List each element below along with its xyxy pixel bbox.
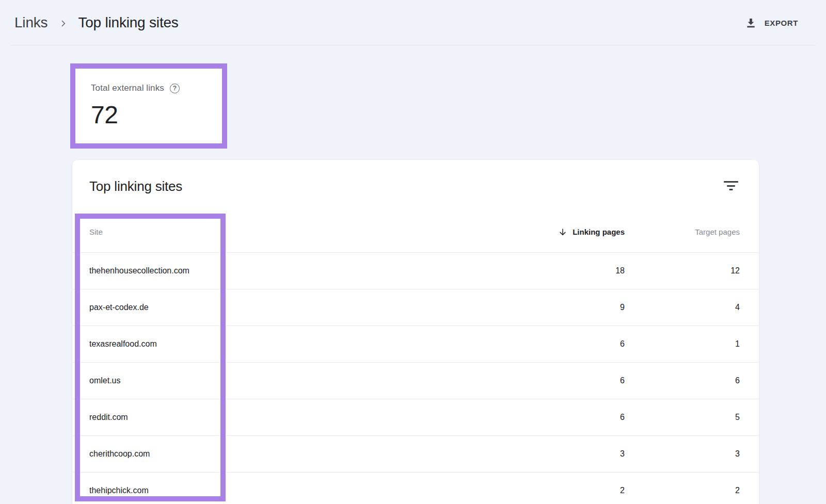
site-cell[interactable]: thehipchick.com (72, 486, 501, 495)
chevron-right-icon (59, 19, 68, 28)
site-cell[interactable]: thehenhousecollection.com (72, 266, 501, 275)
target-pages-cell: 4 (625, 303, 740, 312)
header-divider (10, 45, 816, 45)
table-row[interactable]: pax-et-codex.de94 (72, 289, 759, 326)
column-header-site[interactable]: Site (72, 227, 501, 236)
linking-pages-cell: 6 (501, 376, 625, 385)
target-pages-cell: 1 (625, 339, 740, 349)
site-cell[interactable]: omlet.us (72, 376, 501, 385)
column-header-target-pages[interactable]: Target pages (625, 227, 740, 236)
linking-pages-cell: 9 (501, 303, 625, 312)
linking-pages-cell: 18 (501, 266, 625, 275)
table-row[interactable]: thehenhousecollection.com1812 (72, 252, 759, 289)
top-linking-sites-card: Top linking sites Site Linking pages Tar… (72, 160, 759, 504)
table-row[interactable]: reddit.com65 (72, 399, 759, 435)
table-row[interactable]: texasrealfood.com61 (72, 326, 759, 362)
site-cell[interactable]: cherithcoop.com (72, 449, 501, 459)
breadcrumb-item-links[interactable]: Links (14, 14, 47, 31)
breadcrumb: Links Top linking sites (14, 14, 179, 31)
linking-pages-cell: 6 (501, 339, 625, 349)
download-icon (745, 17, 757, 29)
linking-pages-cell: 3 (501, 449, 625, 459)
table-row[interactable]: cherithcoop.com33 (72, 435, 759, 472)
export-button[interactable]: EXPORT (745, 17, 798, 29)
export-label: EXPORT (765, 19, 798, 27)
target-pages-cell: 2 (625, 486, 740, 495)
site-cell[interactable]: reddit.com (72, 413, 501, 422)
card-title: Top linking sites (89, 178, 759, 194)
page: Links Top linking sites EXPORT Total ext… (0, 0, 826, 504)
sort-arrow-down-icon (558, 227, 567, 237)
top-bar: Links Top linking sites EXPORT (0, 0, 826, 45)
column-header-linking-pages-label: Linking pages (573, 227, 625, 236)
total-external-links-card: Total external links ? 72 (70, 63, 227, 149)
filter-icon[interactable] (722, 178, 740, 193)
help-circle-icon[interactable]: ? (170, 84, 180, 93)
column-header-linking-pages[interactable]: Linking pages (501, 227, 625, 237)
site-cell[interactable]: pax-et-codex.de (72, 303, 501, 312)
table-header-row: Site Linking pages Target pages (72, 212, 759, 252)
card-header: Top linking sites (72, 160, 759, 212)
summary-label: Total external links (91, 83, 164, 93)
page-title: Top linking sites (78, 14, 178, 31)
target-pages-cell: 12 (625, 266, 740, 275)
table-body: thehenhousecollection.com1812pax-et-code… (72, 252, 759, 504)
linking-pages-cell: 2 (501, 486, 625, 495)
table-row[interactable]: thehipchick.com22 (72, 472, 759, 504)
total-external-links-value: 72 (91, 101, 222, 129)
site-cell[interactable]: texasrealfood.com (72, 339, 501, 349)
target-pages-cell: 6 (625, 376, 740, 385)
summary-label-row: Total external links ? (91, 83, 222, 93)
linking-pages-cell: 6 (501, 413, 625, 422)
target-pages-cell: 5 (625, 413, 740, 422)
table-row[interactable]: omlet.us66 (72, 362, 759, 399)
target-pages-cell: 3 (625, 449, 740, 459)
